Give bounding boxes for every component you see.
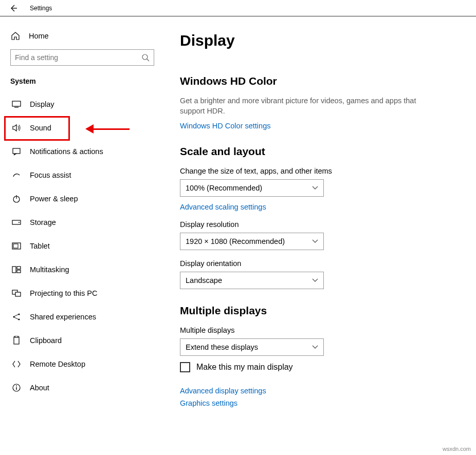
scale-heading: Scale and layout: [180, 145, 455, 158]
svg-rect-16: [14, 337, 19, 344]
svg-point-0: [142, 54, 148, 60]
sidebar-item-label: Clipboard: [30, 336, 62, 345]
tablet-icon: [11, 241, 22, 251]
nav-list: Display Sound Notifications & actions Fo…: [10, 92, 154, 400]
home-icon: [10, 31, 21, 41]
text-size-dropdown[interactable]: 100% (Recommended): [180, 179, 324, 197]
svg-rect-7: [13, 244, 18, 248]
chevron-down-icon: [312, 239, 318, 243]
sidebar-item-label: Multitasking: [30, 266, 69, 274]
orientation-dropdown[interactable]: Landscape: [180, 272, 324, 289]
search-icon: [141, 53, 150, 62]
sidebar-item-label: About: [30, 384, 49, 392]
dropdown-value: 1920 × 1080 (Recommended): [186, 237, 285, 245]
resolution-dropdown[interactable]: 1920 × 1080 (Recommended): [180, 233, 324, 250]
advanced-scaling-link[interactable]: Advanced scaling settings: [180, 203, 455, 211]
checkbox-icon: [180, 362, 190, 372]
sidebar-item-multitasking[interactable]: Multitasking: [10, 258, 154, 281]
sidebar-item-projecting[interactable]: Projecting to this PC: [10, 281, 154, 305]
sidebar-item-label: Storage: [30, 218, 56, 226]
main-display-checkbox[interactable]: Make this my main display: [180, 362, 455, 372]
multi-heading: Multiple displays: [180, 305, 455, 317]
multitasking-icon: [11, 264, 22, 275]
main-content: Display Windows HD Color Get a brighter …: [164, 16, 476, 455]
power-icon: [11, 194, 22, 204]
graphics-settings-link[interactable]: Graphics settings: [180, 399, 455, 407]
about-icon: [11, 383, 22, 393]
hdr-settings-link[interactable]: Windows HD Color settings: [180, 122, 455, 130]
resolution-label: Display resolution: [180, 220, 455, 229]
clipboard-icon: [11, 335, 22, 346]
sidebar-item-notifications[interactable]: Notifications & actions: [10, 140, 154, 163]
search-box[interactable]: [10, 49, 154, 66]
sidebar-item-label: Power & sleep: [30, 195, 78, 203]
sidebar: Home System Display Sound Notifications …: [0, 16, 164, 455]
svg-rect-2: [13, 148, 20, 154]
storage-icon: [11, 217, 22, 228]
svg-rect-8: [12, 267, 16, 273]
sidebar-item-focus-assist[interactable]: Focus assist: [10, 163, 154, 187]
focus-assist-icon: [11, 170, 22, 180]
hdr-heading: Windows HD Color: [180, 75, 455, 87]
svg-point-5: [19, 222, 20, 223]
sidebar-item-sound[interactable]: Sound: [10, 116, 154, 140]
svg-rect-9: [17, 267, 21, 269]
chevron-down-icon: [312, 278, 318, 282]
window-title: Settings: [30, 5, 52, 12]
projecting-icon: [11, 288, 22, 298]
chevron-down-icon: [312, 345, 318, 349]
page-title: Display: [180, 32, 455, 49]
sidebar-item-label: Notifications & actions: [30, 147, 103, 156]
search-input[interactable]: [15, 53, 141, 62]
svg-rect-12: [15, 292, 21, 296]
orientation-label: Display orientation: [180, 259, 455, 268]
sidebar-item-power[interactable]: Power & sleep: [10, 187, 154, 211]
checkbox-label: Make this my main display: [196, 363, 293, 372]
text-size-label: Change the size of text, apps, and other…: [180, 167, 455, 175]
watermark: wsxdn.com: [443, 446, 471, 452]
section-system: System: [10, 77, 154, 85]
sidebar-item-label: Tablet: [30, 242, 50, 250]
svg-rect-17: [15, 336, 18, 337]
home-label: Home: [29, 32, 49, 40]
sound-icon: [11, 123, 22, 133]
remote-icon: [11, 359, 22, 369]
arrow-left-icon: [9, 4, 17, 12]
sidebar-item-storage[interactable]: Storage: [10, 211, 154, 234]
sidebar-item-label: Display: [30, 100, 54, 108]
sidebar-item-about[interactable]: About: [10, 376, 154, 400]
sidebar-item-label: Focus assist: [30, 171, 71, 179]
svg-rect-1: [12, 101, 21, 106]
multi-label: Multiple displays: [180, 326, 455, 334]
titlebar: Settings: [0, 0, 476, 16]
home-button[interactable]: Home: [10, 27, 154, 49]
notifications-icon: [11, 146, 22, 157]
chevron-down-icon: [312, 186, 318, 190]
sidebar-item-label: Sound: [30, 124, 51, 132]
svg-point-19: [16, 386, 17, 387]
sidebar-item-label: Projecting to this PC: [30, 289, 97, 297]
dropdown-value: 100% (Recommended): [186, 184, 262, 192]
sidebar-item-label: Remote Desktop: [30, 360, 85, 368]
sidebar-item-label: Shared experiences: [30, 313, 96, 321]
sidebar-item-shared[interactable]: Shared experiences: [10, 305, 154, 329]
multi-dropdown[interactable]: Extend these displays: [180, 338, 324, 356]
shared-icon: [11, 312, 22, 322]
sidebar-item-display[interactable]: Display: [10, 92, 154, 116]
sidebar-item-clipboard[interactable]: Clipboard: [10, 329, 154, 352]
display-icon: [11, 99, 22, 109]
sidebar-item-remote[interactable]: Remote Desktop: [10, 352, 154, 376]
dropdown-value: Landscape: [186, 276, 222, 285]
sidebar-item-tablet[interactable]: Tablet: [10, 234, 154, 258]
advanced-display-link[interactable]: Advanced display settings: [180, 387, 455, 395]
svg-rect-10: [17, 270, 21, 273]
dropdown-value: Extend these displays: [186, 343, 258, 351]
back-button[interactable]: [6, 1, 21, 15]
hdr-description: Get a brighter and more vibrant picture …: [180, 96, 427, 117]
